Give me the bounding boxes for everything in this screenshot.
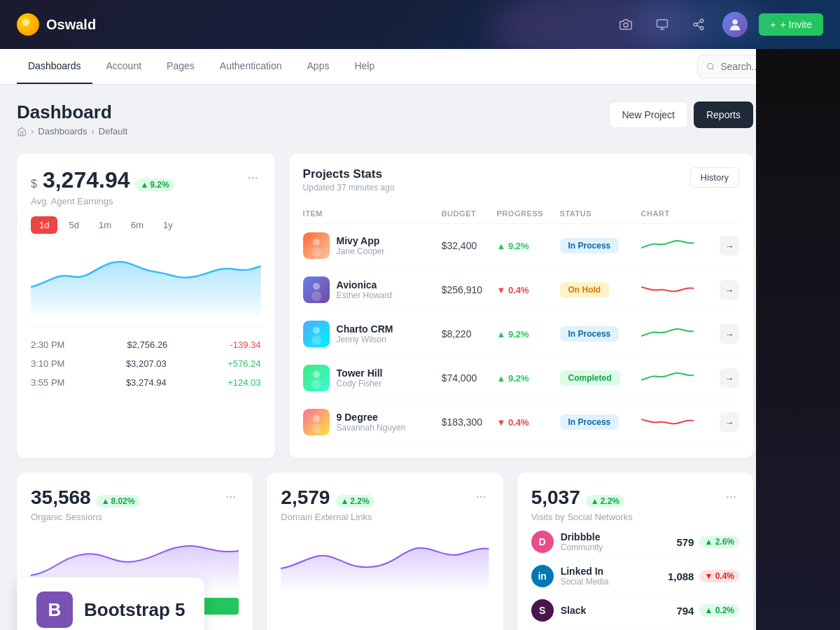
project-status-cell: In Process [560, 312, 641, 356]
invite-button[interactable]: + + Invite [759, 13, 823, 36]
time-6m[interactable]: 6m [122, 216, 152, 234]
nav-icons: + + Invite [613, 12, 823, 37]
project-view-button[interactable]: → [720, 412, 739, 432]
project-person: Cody Fisher [337, 379, 383, 388]
svg-point-23 [312, 379, 321, 389]
sessions-more-icon[interactable]: ··· [223, 486, 239, 507]
project-progress-cell: ▼ 0.4% [496, 268, 559, 312]
organic-sessions-card: 35,568 ▲ 8.02% Organic Sessions ··· [17, 472, 253, 630]
page-header: Dashboard › Dashboards › Default New Pro… [17, 102, 753, 136]
project-name: 9 Degree [337, 412, 406, 423]
status-badge: On Hold [560, 282, 610, 298]
earnings-row-1: 2:30 PM $2,756.26 -139.34 [31, 335, 261, 354]
project-status-cell: Completed [560, 356, 641, 400]
earnings-card: $ 3,274.94 ▲ 9.2% Avg. Agent Earnings ··… [17, 153, 275, 458]
camera-icon[interactable] [613, 12, 638, 37]
time-3: 3:55 PM [31, 377, 64, 388]
svg-point-19 [313, 327, 320, 334]
project-person: Savannah Nguyen [337, 423, 406, 433]
page-title: Dashboard [17, 102, 127, 123]
project-budget-cell: $183,300 [442, 400, 497, 444]
project-progress: ▼ 0.4% [496, 285, 528, 295]
project-budget: $8,220 [442, 328, 472, 340]
status-badge: Completed [560, 370, 620, 386]
sessions-label: Organic Sessions [31, 512, 140, 522]
avatar[interactable] [722, 12, 748, 37]
time-1y[interactable]: 1y [155, 216, 181, 234]
svg-point-20 [312, 335, 321, 345]
earnings-rows: 2:30 PM $2,756.26 -139.34 3:10 PM $3,207… [31, 326, 261, 392]
project-name: Tower Hill [337, 368, 383, 379]
time-1d[interactable]: 1d [31, 216, 57, 234]
svg-point-22 [313, 371, 320, 378]
links-more-icon[interactable]: ··· [473, 486, 489, 507]
social-icon: in [531, 565, 554, 587]
new-project-button[interactable]: New Project [609, 102, 688, 128]
social-row: D Dribbble Community 579 ▲ 2.6% [531, 525, 739, 559]
history-button[interactable]: History [690, 167, 739, 188]
svg-point-17 [312, 291, 321, 301]
share-icon[interactable] [686, 12, 711, 37]
project-budget: $183,300 [442, 416, 482, 428]
nav-authentication[interactable]: Authentication [209, 49, 293, 84]
project-name: Charto CRM [337, 323, 393, 335]
project-sparkline [641, 368, 694, 385]
project-view-button[interactable]: → [720, 324, 739, 344]
social-more-icon[interactable]: ··· [723, 486, 739, 507]
svg-point-13 [313, 239, 320, 246]
project-view-cell: → [713, 224, 739, 268]
project-chart-cell [641, 400, 713, 444]
project-progress: ▼ 0.4% [496, 417, 528, 428]
logo-icon [17, 13, 39, 36]
projects-header: Projects Stats Updated 37 minutes ago Hi… [303, 167, 739, 192]
search-area[interactable] [697, 55, 823, 78]
search-input[interactable] [720, 61, 814, 72]
nav-pages[interactable]: Pages [155, 49, 206, 84]
project-progress-cell: ▲ 9.2% [496, 356, 559, 400]
project-budget: $74,000 [442, 372, 477, 384]
social-row: in Linked In Social Media 1,088 ▼ 0.4% [531, 559, 739, 594]
nav-account[interactable]: Account [95, 49, 153, 84]
social-type: Social Media [561, 577, 609, 587]
screen-icon[interactable] [650, 12, 675, 37]
social-badge: ▲ 2.2% [586, 495, 624, 507]
social-count: 1,088 [668, 570, 694, 582]
project-view-button[interactable]: → [720, 368, 739, 388]
social-change: ▲ 2.6% [699, 536, 739, 548]
social-row: S Slack 794 ▲ 0.2% [531, 594, 739, 628]
table-row: Mivy App Jane Cooper $32,400 ▲ 9.2% In P… [303, 224, 739, 268]
amount-3: $3,274.94 [126, 377, 167, 388]
project-sparkline [641, 412, 694, 429]
reports-button[interactable]: Reports [694, 102, 753, 128]
svg-point-10 [708, 63, 713, 69]
change-2: +576.24 [227, 358, 260, 369]
nav-help[interactable]: Help [343, 49, 386, 84]
earnings-label: Avg. Agent Earnings [31, 196, 174, 206]
social-title: Visits by Social Networks [531, 512, 633, 522]
sessions-badge: ▲ 8.02% [97, 495, 140, 507]
projects-title: Projects Stats [303, 167, 395, 181]
project-status-cell: On Hold [560, 268, 641, 312]
nav-apps[interactable]: Apps [296, 49, 341, 84]
project-view-button[interactable]: → [720, 236, 739, 255]
currency-sign: $ [31, 178, 37, 190]
table-row: Tower Hill Cody Fisher $74,000 ▲ 9.2% Co… [303, 356, 739, 400]
sessions-value: 35,568 [31, 486, 91, 509]
earnings-sparkline [31, 245, 261, 315]
external-links-card: 2,579 ▲ 2.2% Domain External Links ··· [267, 472, 503, 630]
project-sparkline [641, 280, 694, 297]
time-5d[interactable]: 5d [60, 216, 87, 234]
social-name: Dribbble [561, 531, 603, 542]
project-view-button[interactable]: → [720, 280, 739, 300]
projects-table: ITEM BUDGET PROGRESS STATUS CHART [303, 204, 739, 444]
svg-point-6 [701, 27, 704, 30]
project-progress-cell: ▲ 9.2% [496, 224, 559, 268]
nav-dashboards[interactable]: Dashboards [17, 49, 92, 84]
earnings-row-3: 3:55 PM $3,274.94 +124.03 [31, 373, 261, 392]
time-1m[interactable]: 1m [90, 216, 120, 234]
project-icon-img [303, 232, 330, 259]
project-sparkline [641, 324, 694, 341]
project-person: Jenny Wilson [337, 335, 393, 344]
earnings-more-icon[interactable]: ··· [245, 167, 261, 188]
breadcrumb-default: Default [99, 126, 127, 136]
